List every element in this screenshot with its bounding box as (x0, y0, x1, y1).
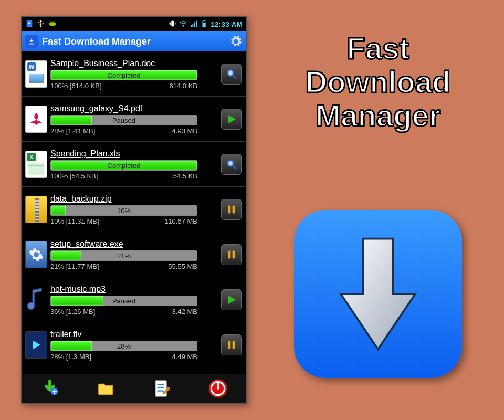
progress-bar: Completed (50, 70, 197, 80)
total-size: 614.0 KB (170, 82, 198, 90)
svg-rect-4 (49, 23, 50, 25)
download-row[interactable]: data_backup.zip10%10% [11.31 MB]110.67 M… (22, 187, 246, 232)
total-size: 54.5 KB (173, 172, 197, 180)
app-logo-icon (25, 35, 38, 48)
progress-detail: 21% [11.77 MB] (50, 262, 99, 270)
progress-detail: 28% [1.3 MB] (50, 353, 91, 361)
progress-bar: Paused (50, 296, 197, 306)
power-button[interactable] (206, 376, 230, 401)
svg-rect-20 (233, 205, 235, 213)
app-header: Fast Download Manager (22, 32, 246, 51)
flv-file-icon (22, 322, 50, 367)
progress-label: Completed (51, 161, 197, 170)
xls-file-icon: X (22, 142, 50, 186)
svg-rect-6 (172, 20, 174, 26)
progress-label: Paused (51, 116, 197, 125)
svg-point-2 (54, 21, 55, 22)
filename[interactable]: Spending_Plan.xls (50, 149, 214, 159)
folder-button[interactable] (94, 376, 118, 401)
download-body: trailer.flv28%28% [1.3 MB]4.49 MB (50, 322, 217, 367)
phone-frame: 12:33 AM Fast Download Manager WSample_B… (21, 16, 247, 404)
zip-file-icon (22, 187, 50, 232)
wifi-icon (179, 19, 187, 29)
svg-rect-24 (233, 341, 235, 349)
filename[interactable]: hot-music.mp3 (50, 285, 214, 294)
app-title: Fast Download Manager (42, 36, 151, 47)
total-size: 110.67 MB (164, 217, 197, 225)
open-file-button[interactable] (221, 64, 242, 85)
filename[interactable]: trailer.flv (50, 330, 214, 339)
bottom-toolbar (22, 374, 246, 403)
promo-line1: Fast (273, 32, 483, 65)
download-list[interactable]: WSample_Business_Plan.docCompleted100% [… (22, 51, 246, 374)
open-file-button[interactable] (221, 154, 242, 175)
resume-button[interactable] (221, 109, 242, 130)
usb-icon (37, 19, 45, 29)
promo-logo-icon (294, 210, 462, 378)
download-body: Spending_Plan.xlsCompleted100% [54.5 KB]… (50, 142, 217, 186)
progress-bar: 21% (50, 250, 197, 261)
download-row[interactable]: WSample_Business_Plan.docCompleted100% [… (22, 51, 246, 97)
filename[interactable]: setup_software.exe (50, 239, 214, 249)
battery-icon (200, 19, 208, 29)
filename[interactable]: samsung_galaxy_S4.pdf (50, 104, 214, 113)
progress-bar: 28% (50, 341, 197, 351)
vibrate-icon (169, 19, 177, 29)
promo-line2: Download (273, 65, 483, 99)
progress-label: Paused (51, 296, 197, 306)
signal-icon (190, 19, 198, 29)
pause-button[interactable] (221, 199, 242, 220)
download-row[interactable]: setup_software.exe21%21% [11.77 MB]55.55… (22, 232, 246, 277)
progress-bar: 10% (50, 205, 197, 216)
download-row[interactable]: samsung_galaxy_S4.pdfPaused28% [1.41 MB]… (22, 97, 246, 142)
svg-rect-22 (233, 250, 235, 258)
pdf-file-icon (22, 97, 50, 141)
svg-rect-11 (196, 20, 197, 26)
download-body: data_backup.zip10%10% [11.31 MB]110.67 M… (50, 187, 217, 232)
progress-label: 21% (51, 251, 197, 260)
tasks-button[interactable] (150, 376, 174, 401)
svg-rect-21 (228, 250, 230, 258)
doc-file-icon: W (22, 51, 50, 96)
download-row[interactable]: hot-music.mp3Paused36% [1.26 MB]3.42 MB (22, 277, 246, 322)
progress-bar: Paused (50, 115, 197, 125)
pause-button[interactable] (221, 244, 242, 265)
filename[interactable]: data_backup.zip (50, 194, 214, 204)
download-body: setup_software.exe21%21% [11.77 MB]55.55… (50, 232, 217, 277)
progress-detail: 28% [1.41 MB] (50, 127, 95, 135)
filename[interactable]: Sample_Business_Plan.doc (50, 59, 214, 68)
promo-title: Fast Download Manager (273, 32, 483, 132)
svg-rect-19 (228, 205, 230, 213)
download-body: Sample_Business_Plan.docCompleted100% [6… (50, 51, 217, 96)
total-size: 4.93 MB (172, 127, 197, 135)
svg-point-1 (50, 21, 51, 22)
svg-point-18 (229, 162, 232, 165)
resume-button[interactable] (221, 289, 242, 310)
progress-detail: 100% [614.0 KB] (50, 82, 102, 90)
mp3-file-icon (22, 277, 50, 322)
svg-rect-8 (191, 25, 192, 26)
total-size: 3.42 MB (172, 308, 197, 316)
settings-button[interactable] (229, 35, 243, 48)
download-indicator-icon (25, 19, 34, 29)
download-body: samsung_galaxy_S4.pdfPaused28% [1.41 MB]… (50, 97, 217, 141)
svg-rect-10 (194, 22, 195, 27)
download-body: hot-music.mp3Paused36% [1.26 MB]3.42 MB (50, 277, 217, 322)
progress-label: 28% (51, 341, 197, 351)
status-time: 12:33 AM (211, 20, 243, 28)
add-download-button[interactable] (38, 376, 62, 401)
svg-rect-3 (50, 22, 55, 26)
download-row[interactable]: XSpending_Plan.xlsCompleted100% [54.5 KB… (22, 142, 246, 187)
total-size: 55.55 MB (168, 262, 197, 270)
progress-label: Completed (51, 70, 197, 80)
svg-rect-5 (55, 23, 56, 25)
svg-rect-13 (204, 20, 205, 20)
progress-label: 10% (51, 206, 197, 215)
exe-file-icon (22, 232, 50, 277)
progress-detail: 36% [1.26 MB] (50, 308, 95, 316)
android-debug-icon (48, 19, 57, 29)
pause-button[interactable] (221, 334, 242, 355)
status-bar: 12:33 AM (22, 17, 246, 32)
progress-detail: 10% [11.31 MB] (50, 217, 99, 225)
download-row[interactable]: trailer.flv28%28% [1.3 MB]4.49 MB (22, 322, 246, 368)
